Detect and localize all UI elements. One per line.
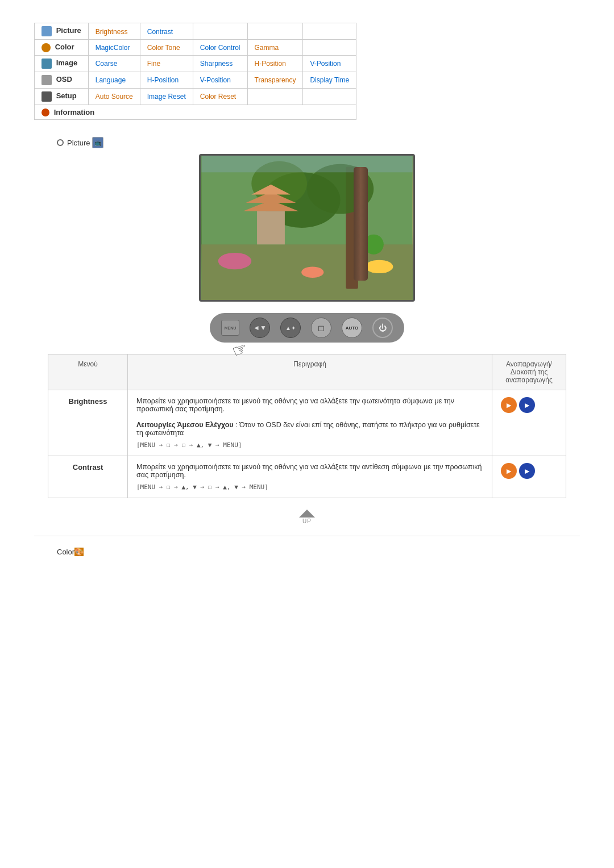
nav-sub-colorcontrol[interactable]: Color Control <box>200 44 240 52</box>
contrast-play-orange[interactable]: ▶ <box>501 463 517 479</box>
color-section-icon: 🎨 <box>74 548 84 556</box>
svg-point-11 <box>366 260 393 273</box>
nav-row-setup[interactable]: Setup Auto Source Image Reset Color Rese… <box>35 88 356 105</box>
nav-row-picture[interactable]: Picture Brightness Contrast <box>35 23 356 40</box>
up-arrow-icon <box>299 510 315 518</box>
nav-sub-imagereset[interactable]: Image Reset <box>147 93 186 101</box>
contrast-play-buttons: ▶ ▶ <box>501 463 557 479</box>
monitor-frame <box>199 154 415 302</box>
nav-sub-contrast[interactable]: Contrast <box>147 28 173 36</box>
color-section-label: Color <box>57 548 74 556</box>
svg-rect-6 <box>257 211 285 245</box>
nav-sub-coarse[interactable]: Coarse <box>96 60 118 68</box>
col-header-menu: Μενού <box>48 354 128 390</box>
color-icon <box>42 43 51 52</box>
nav-sub-hposition-image[interactable]: H-Position <box>255 60 286 68</box>
nav-sub-magiccolor[interactable]: MagicColor <box>96 44 130 52</box>
picture-icon <box>42 26 52 36</box>
remote-auto-button[interactable]: AUTO <box>342 318 362 338</box>
contrast-play-blue[interactable]: ▶ <box>519 463 535 479</box>
brightness-play-blue[interactable]: ▶ <box>519 397 535 413</box>
nav-label-image: Image <box>56 59 78 67</box>
remote-power-button[interactable]: ⏻ <box>372 318 393 338</box>
contrast-desc-main: Μπορείτε να χρησιμοποιήσετε τα μενού της… <box>136 463 482 479</box>
brightness-desc-main: Μπορείτε να χρησιμοποιήσετε τα μενού της… <box>136 397 454 413</box>
remote-brightness-up-button[interactable]: ▲✦ <box>280 318 301 338</box>
nav-row-color[interactable]: Color MagicColor Color Tone Color Contro… <box>35 40 356 56</box>
nav-label-picture: Picture <box>56 26 81 35</box>
brightness-label: Brightness <box>48 390 128 456</box>
nav-sub-colorreset[interactable]: Color Reset <box>200 93 236 101</box>
remote-select-button[interactable]: ◻ <box>311 318 331 338</box>
brightness-desc-bold: Λειτουργίες Άμεσου Ελέγχου <box>136 421 234 429</box>
image-icon <box>42 59 52 69</box>
nav-row-osd[interactable]: OSD Language H-Position V-Position Trans… <box>35 72 356 88</box>
remote-bar: MENU ◄▼ ▲✦ ◻ AUTO ⏻ ☞ <box>34 313 580 343</box>
up-button-container: UP <box>34 510 580 524</box>
up-label: UP <box>302 518 312 524</box>
setup-icon <box>42 91 52 102</box>
nav-sub-gamma[interactable]: Gamma <box>255 44 279 52</box>
nav-sub-fine[interactable]: Fine <box>147 60 160 68</box>
content-table: Μενού Περιγραφή Αναπαραγωγή/Διακοπή της … <box>48 354 566 498</box>
svg-point-12 <box>301 267 323 278</box>
svg-point-13 <box>364 235 384 254</box>
brightness-play-cell: ▶ ▶ <box>492 390 566 456</box>
nav-label-color: Color <box>55 43 74 51</box>
picture-section-label: Picture <box>67 139 90 147</box>
nav-sub-vposition-image[interactable]: V-Position <box>310 60 341 68</box>
nav-sub-transparency[interactable]: Transparency <box>255 76 296 84</box>
contrast-description: Μπορείτε να χρησιμοποιήσετε τα μενού της… <box>128 456 492 498</box>
brightness-nav-text: [MENU → ☐ → ☐ → ▲, ▼ → MENU] <box>136 441 483 449</box>
contrast-play-cell: ▶ ▶ <box>492 456 566 498</box>
table-row-brightness: Brightness Μπορείτε να χρησιμοποιήσετε τ… <box>48 390 566 456</box>
up-button[interactable]: UP <box>299 510 315 524</box>
nav-label-osd: OSD <box>56 75 72 84</box>
garden-scene <box>201 156 413 300</box>
nav-sub-sharpness[interactable]: Sharpness <box>200 60 233 68</box>
nav-row-image[interactable]: Image Coarse Fine Sharpness H-Position V… <box>35 55 356 72</box>
info-icon <box>42 108 49 116</box>
nav-label-setup: Setup <box>56 91 77 100</box>
col-header-desc: Περιγραφή <box>128 354 492 390</box>
picture-section-icon: 📺 <box>92 137 103 148</box>
nav-sub-autosource[interactable]: Auto Source <box>96 93 133 101</box>
svg-point-10 <box>218 253 252 269</box>
nav-sub-language[interactable]: Language <box>96 76 126 84</box>
remote-menu-button[interactable]: MENU <box>221 320 239 336</box>
contrast-nav-text: [MENU → ☐ → ▲, ▼ → ☐ → ▲, ▼ → MENU] <box>136 483 483 491</box>
picture-radio <box>57 139 64 146</box>
osd-icon <box>42 75 52 85</box>
nav-sub-vposition-osd[interactable]: V-Position <box>200 76 231 84</box>
nav-sub-colortone[interactable]: Color Tone <box>147 44 180 52</box>
nav-label-information: Information <box>54 108 95 116</box>
monitor-container <box>34 154 580 302</box>
monitor-display <box>201 156 413 300</box>
svg-rect-14 <box>201 156 412 172</box>
nav-sub-brightness[interactable]: Brightness <box>96 28 128 36</box>
color-section-heading: Color 🎨 <box>57 548 580 556</box>
nav-sub-hposition-osd[interactable]: H-Position <box>147 76 179 84</box>
nav-row-information[interactable]: Information <box>35 105 356 120</box>
table-row-contrast: Contrast Μπορείτε να χρησιμοποιήσετε τα … <box>48 456 566 498</box>
section-divider <box>34 536 580 536</box>
brightness-play-buttons: ▶ ▶ <box>501 397 557 413</box>
remote-container: MENU ◄▼ ▲✦ ◻ AUTO ⏻ ☞ <box>210 313 404 343</box>
contrast-label: Contrast <box>48 456 128 498</box>
picture-section-heading: Picture 📺 <box>57 137 580 148</box>
nav-sub-displaytime[interactable]: Display Time <box>310 76 349 84</box>
brightness-description: Μπορείτε να χρησιμοποιήσετε τα μενού της… <box>128 390 492 456</box>
navigation-table: Picture Brightness Contrast Color MagicC… <box>34 23 356 120</box>
col-header-play: Αναπαραγωγή/Διακοπή της αναπαραγωγής <box>492 354 566 390</box>
remote-brightness-down-button[interactable]: ◄▼ <box>250 318 270 338</box>
brightness-play-orange[interactable]: ▶ <box>501 397 517 413</box>
